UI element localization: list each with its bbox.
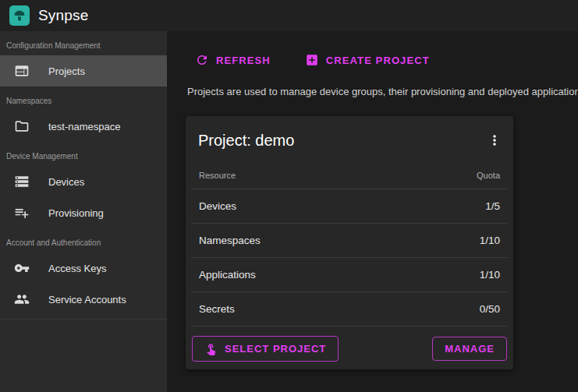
project-card-header: Project: demo [186,116,513,157]
sidebar-item-projects[interactable]: Projects [0,55,167,87]
sidebar-item-label: Service Accounts [48,294,126,305]
sidebar-item-label: Provisioning [48,207,104,219]
sidebar-divider [0,319,167,320]
quota-cell: 1/10 [402,258,507,292]
folder-icon [12,117,31,136]
resource-cell: Secrets [192,292,402,327]
refresh-icon [195,53,209,67]
sidebar-item-label: Projects [48,65,85,77]
create-project-button-label: CREATE PROJECT [326,55,430,66]
key-icon [12,259,31,277]
sidebar: Configuration Management Projects Namesp… [0,31,167,392]
toolbar: REFRESH CREATE PROJECT [189,48,559,72]
touch-app-icon [204,342,218,355]
people-icon [12,290,31,309]
manage-button[interactable]: MANAGE [432,337,507,361]
table-row: Applications 1/10 [192,258,507,292]
section-label-account-authentication: Account and Authentication [0,228,167,253]
app-window: Synpse Configuration Management Projects… [0,0,578,392]
sidebar-item-access-keys[interactable]: Access Keys [0,253,167,284]
section-label-device-management: Device Management [0,142,167,166]
projects-description: Projects are used to manage device group… [187,86,559,97]
provisioning-playlist-add-icon [12,203,31,222]
refresh-button-label: REFRESH [216,55,271,66]
resource-cell: Namespaces [192,224,402,258]
sidebar-item-devices[interactable]: Devices [0,166,167,197]
project-menu-button[interactable] [484,129,505,151]
devices-storage-icon [12,172,31,191]
refresh-button[interactable]: REFRESH [189,48,277,72]
resource-cell: Devices [192,189,402,224]
project-card-title: Project: demo [198,132,294,150]
quota-table-header-row: Resource Quota [192,162,507,189]
table-row: Devices 1/5 [192,189,507,224]
table-row: Secrets 0/50 [192,292,507,327]
sidebar-item-label: test-namespace [48,121,121,132]
projects-grid-icon [12,62,31,80]
project-card-actions: SELECT PROJECT MANAGE [186,327,513,362]
kebab-menu-icon [487,132,502,148]
quota-cell: 0/50 [402,292,507,327]
table-row: Namespaces 1/10 [192,224,507,258]
create-project-button[interactable]: CREATE PROJECT [299,48,436,72]
manage-button-label: MANAGE [445,343,495,355]
resource-cell: Applications [192,258,402,292]
sidebar-item-service-accounts[interactable]: Service Accounts [0,284,167,315]
sidebar-item-label: Access Keys [48,263,106,274]
quota-cell: 1/5 [402,189,507,224]
app-title: Synpse [38,7,89,24]
column-header-quota: Quota [402,162,507,189]
section-label-configuration-management: Configuration Management [0,31,167,55]
project-card: Project: demo Resource Quota [186,116,513,369]
sidebar-item-test-namespace[interactable]: test-namespace [0,111,167,142]
quota-table: Resource Quota Devices 1/5 Namespaces 1/… [192,162,507,327]
sidebar-item-label: Devices [48,176,84,188]
select-project-button-label: SELECT PROJECT [225,343,326,355]
mushroom-logo-icon [12,9,27,23]
app-logo[interactable] [9,5,30,26]
add-box-icon [305,53,319,67]
section-label-namespaces: Namespaces [0,87,167,111]
main-content: REFRESH CREATE PROJECT Projects are used… [167,31,578,392]
topbar: Synpse [0,0,578,31]
select-project-button[interactable]: SELECT PROJECT [192,336,339,362]
column-header-resource: Resource [192,162,402,189]
quota-cell: 1/10 [402,224,507,258]
sidebar-item-provisioning[interactable]: Provisioning [0,197,167,228]
